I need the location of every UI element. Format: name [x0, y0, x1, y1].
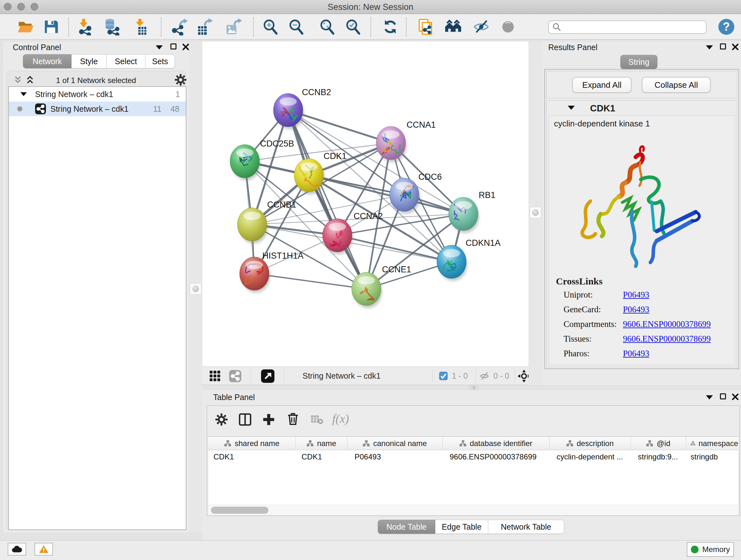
table-row[interactable]: CDK1 CDK1 P06493 9606.ENSP00000378699 cy…	[208, 450, 738, 463]
selected-checkbox-icon[interactable]	[439, 372, 448, 380]
entry-collapse-caret[interactable]	[568, 106, 575, 110]
column-header[interactable]: name	[296, 437, 347, 450]
cell-id[interactable]: stringdb:9...	[631, 452, 686, 461]
hide-graphics-details-button[interactable]	[472, 18, 490, 36]
network-node-RB1[interactable]	[449, 197, 479, 233]
node-label-RB1: RB1	[479, 190, 495, 200]
panel-menu-button[interactable]	[706, 395, 713, 399]
network-node-CDKN1A[interactable]	[437, 245, 467, 281]
network-edge-HIST1H1A-CCNE1[interactable]	[254, 273, 366, 289]
panel-float-button[interactable]	[720, 44, 726, 50]
horizontal-splitter[interactable]	[202, 385, 741, 390]
birds-eye-view-icon[interactable]	[261, 369, 274, 383]
zoom-in-button[interactable]	[261, 18, 279, 36]
import-network-button[interactable]	[76, 18, 93, 36]
tab-node-table[interactable]: Node Table	[378, 520, 435, 534]
tab-sets[interactable]: Sets	[145, 54, 175, 68]
network-collection-row[interactable]: String Network – cdk1 1	[9, 87, 186, 102]
show-columns-icon[interactable]	[239, 413, 252, 426]
network-node-CCNA2[interactable]	[323, 219, 353, 254]
cell-name[interactable]: CDK1	[296, 452, 347, 461]
horizontal-splitter-handle[interactable]	[469, 385, 479, 390]
column-header[interactable]: canonical name	[347, 437, 443, 450]
panel-float-button[interactable]	[720, 393, 726, 399]
string-results-container: Expand All Collapse All CDK1 cyclin-depe…	[544, 69, 739, 369]
tab-string[interactable]: String	[620, 55, 657, 69]
panel-menu-button[interactable]	[156, 45, 163, 50]
network-node-CCNB2[interactable]	[273, 94, 304, 129]
warnings-button[interactable]	[35, 543, 53, 556]
crosslink-link[interactable]: P06493	[623, 305, 650, 314]
import-table-button[interactable]	[132, 18, 150, 36]
delete-column-trash-icon[interactable]	[286, 412, 300, 426]
tab-network[interactable]: Network	[23, 54, 71, 68]
collection-expand-caret[interactable]	[20, 92, 27, 96]
tab-edge-table[interactable]: Edge Table	[435, 520, 488, 534]
left-splitter-handle[interactable]	[190, 283, 201, 295]
column-header[interactable]: namespace	[686, 437, 738, 450]
network-node-HIST1H1A[interactable]	[240, 257, 270, 293]
export-network-button[interactable]	[171, 18, 188, 36]
column-header[interactable]: database identifier	[443, 437, 549, 450]
network-node-CDK1[interactable]	[294, 159, 325, 194]
tab-network-table[interactable]: Network Table	[488, 520, 564, 534]
scrollbar-thumb[interactable]	[211, 507, 268, 514]
cell-canonical-name[interactable]: P06493	[347, 452, 443, 461]
expand-all-button[interactable]: Expand All	[572, 77, 631, 93]
crosslink-link[interactable]: P06493	[623, 290, 650, 300]
panel-float-button[interactable]	[171, 44, 177, 50]
grid-view-icon[interactable]	[209, 370, 221, 382]
panel-close-button[interactable]	[731, 43, 739, 51]
memory-status-button[interactable]: Memory	[687, 542, 734, 557]
network-node-CDC25B[interactable]	[230, 145, 260, 180]
column-header[interactable]: shared name	[208, 437, 296, 450]
network-edge-CCNA2-CDKN1A[interactable]	[337, 235, 452, 262]
save-session-button[interactable]	[42, 18, 60, 36]
cell-shared-name[interactable]: CDK1	[208, 452, 296, 461]
right-splitter-handle[interactable]	[530, 207, 541, 219]
zoom-selected-button[interactable]	[344, 18, 362, 36]
panel-close-button[interactable]	[182, 43, 190, 51]
column-header[interactable]: @id	[631, 437, 686, 450]
network-type-icon[interactable]	[229, 370, 241, 382]
network-options-gear-icon[interactable]	[174, 73, 187, 86]
toolbar-separator	[161, 17, 161, 37]
crosslink-link[interactable]: 9606.ENSP00000378699	[623, 334, 711, 344]
network-node-CCNE1[interactable]	[352, 272, 382, 308]
network-node-CCNA1[interactable]	[376, 126, 407, 162]
export-table-button[interactable]	[195, 18, 213, 36]
cell-description[interactable]: cyclin-dependent ...	[549, 452, 631, 461]
refresh-button[interactable]	[381, 18, 399, 36]
network-canvas[interactable]: CCNB2CCNA1CDC25BCDK1CDC6RB1CCNB1CCNA2CDK…	[202, 42, 529, 367]
network-edge-CCNB2-CCNE1[interactable]	[288, 110, 366, 289]
cell-database-identifier[interactable]: 9606.ENSP00000378699	[443, 452, 549, 461]
table-horizontal-scrollbar[interactable]	[208, 505, 738, 515]
cloud-status-button[interactable]	[8, 543, 26, 556]
export-image-button[interactable]	[224, 18, 242, 36]
network-tree: String Network – cdk1 1 String Network –…	[8, 86, 186, 530]
collapse-all-button[interactable]: Collapse All	[642, 77, 711, 93]
network-node-CCNB1[interactable]	[238, 208, 268, 244]
crosslink-link[interactable]: P06493	[623, 349, 650, 359]
panel-menu-button[interactable]	[706, 45, 713, 50]
network-row[interactable]: String Network – cdk1 11 48	[9, 102, 186, 116]
help-button[interactable]: ?	[718, 18, 735, 36]
tab-style[interactable]: Style	[71, 54, 107, 68]
crosslink-link[interactable]: 9606.ENSP00000378699	[623, 319, 711, 329]
left-splitter[interactable]	[189, 42, 202, 533]
search-input[interactable]	[562, 22, 703, 32]
zoom-out-button[interactable]	[287, 18, 305, 36]
tab-select[interactable]: Select	[107, 54, 145, 68]
create-column-plus-icon[interactable]	[262, 413, 275, 426]
right-splitter[interactable]	[529, 42, 542, 385]
home-networks-button[interactable]	[444, 18, 462, 36]
zoom-fit-button[interactable]	[318, 18, 336, 36]
copy-network-button[interactable]	[416, 18, 434, 36]
panel-close-button[interactable]	[731, 393, 739, 401]
column-header[interactable]: description	[549, 437, 631, 450]
open-session-button[interactable]	[17, 18, 35, 36]
table-settings-gear-icon[interactable]	[215, 413, 228, 426]
show-graphics-details-button[interactable]	[499, 18, 517, 36]
import-network-from-database-button[interactable]	[103, 18, 121, 36]
cell-namespace[interactable]: stringdb	[686, 452, 738, 461]
